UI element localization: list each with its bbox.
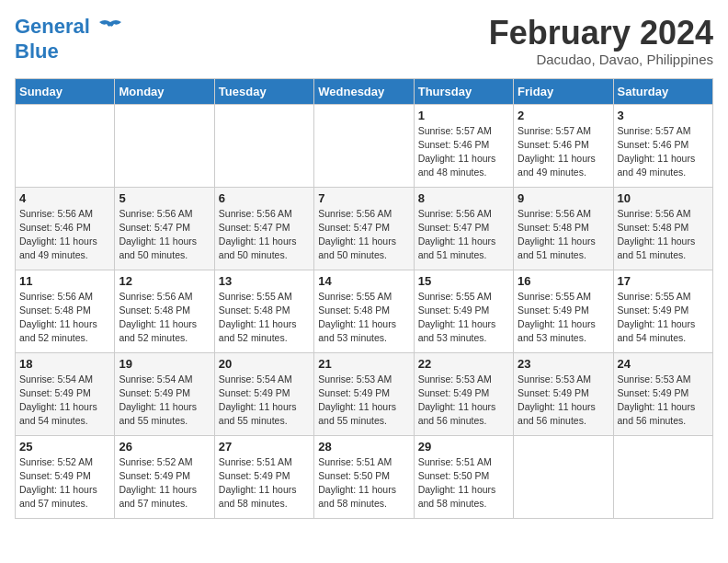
calendar-cell [314, 104, 414, 187]
weekday-header-sunday: Sunday [16, 78, 115, 104]
day-number: 28 [318, 440, 409, 454]
calendar-week-4: 18Sunrise: 5:54 AM Sunset: 5:49 PM Dayli… [16, 352, 713, 435]
day-number: 18 [19, 357, 110, 371]
calendar-cell: 3Sunrise: 5:57 AM Sunset: 5:46 PM Daylig… [613, 104, 712, 187]
calendar-week-5: 25Sunrise: 5:52 AM Sunset: 5:49 PM Dayli… [16, 435, 713, 518]
day-detail: Sunrise: 5:56 AM Sunset: 5:48 PM Dayligh… [618, 207, 709, 263]
weekday-header-thursday: Thursday [414, 78, 513, 104]
day-number: 7 [318, 191, 409, 205]
calendar-week-1: 1Sunrise: 5:57 AM Sunset: 5:46 PM Daylig… [16, 104, 713, 187]
calendar-cell [514, 435, 613, 518]
day-number: 22 [418, 357, 509, 371]
day-number: 2 [518, 109, 609, 122]
calendar-cell: 7Sunrise: 5:56 AM Sunset: 5:47 PM Daylig… [314, 187, 414, 270]
calendar-cell: 18Sunrise: 5:54 AM Sunset: 5:49 PM Dayli… [16, 352, 115, 435]
day-number: 23 [518, 357, 609, 371]
weekday-header-wednesday: Wednesday [314, 78, 414, 104]
calendar-cell: 14Sunrise: 5:55 AM Sunset: 5:48 PM Dayli… [314, 270, 414, 352]
day-number: 15 [418, 274, 509, 288]
day-detail: Sunrise: 5:57 AM Sunset: 5:46 PM Dayligh… [418, 124, 509, 180]
calendar-cell: 15Sunrise: 5:55 AM Sunset: 5:49 PM Dayli… [414, 270, 513, 352]
day-detail: Sunrise: 5:54 AM Sunset: 5:49 PM Dayligh… [219, 373, 310, 429]
day-detail: Sunrise: 5:55 AM Sunset: 5:49 PM Dayligh… [418, 290, 509, 346]
calendar-cell: 23Sunrise: 5:53 AM Sunset: 5:49 PM Dayli… [514, 352, 613, 435]
day-detail: Sunrise: 5:56 AM Sunset: 5:47 PM Dayligh… [119, 207, 210, 263]
day-number: 1 [418, 109, 509, 122]
calendar-cell: 2Sunrise: 5:57 AM Sunset: 5:46 PM Daylig… [514, 104, 613, 187]
day-detail: Sunrise: 5:55 AM Sunset: 5:49 PM Dayligh… [518, 290, 609, 346]
calendar-cell: 27Sunrise: 5:51 AM Sunset: 5:49 PM Dayli… [214, 435, 313, 518]
day-detail: Sunrise: 5:52 AM Sunset: 5:49 PM Dayligh… [19, 455, 110, 511]
day-detail: Sunrise: 5:52 AM Sunset: 5:49 PM Dayligh… [119, 455, 210, 511]
day-detail: Sunrise: 5:53 AM Sunset: 5:49 PM Dayligh… [318, 373, 409, 429]
calendar-cell: 10Sunrise: 5:56 AM Sunset: 5:48 PM Dayli… [613, 187, 712, 270]
day-number: 16 [518, 274, 609, 288]
day-number: 20 [219, 357, 310, 371]
calendar-cell: 13Sunrise: 5:55 AM Sunset: 5:48 PM Dayli… [214, 270, 313, 352]
weekday-header-row: SundayMondayTuesdayWednesdayThursdayFrid… [16, 78, 713, 104]
day-number: 26 [119, 440, 210, 454]
calendar-week-2: 4Sunrise: 5:56 AM Sunset: 5:46 PM Daylig… [16, 187, 713, 270]
logo: General Blue [15, 15, 123, 63]
day-number: 29 [418, 440, 509, 454]
day-detail: Sunrise: 5:55 AM Sunset: 5:48 PM Dayligh… [219, 290, 310, 346]
calendar-cell: 17Sunrise: 5:55 AM Sunset: 5:49 PM Dayli… [613, 270, 712, 352]
day-detail: Sunrise: 5:54 AM Sunset: 5:49 PM Dayligh… [19, 373, 110, 429]
calendar-cell: 5Sunrise: 5:56 AM Sunset: 5:47 PM Daylig… [115, 187, 214, 270]
day-number: 8 [418, 191, 509, 205]
day-number: 14 [318, 274, 409, 288]
day-number: 24 [618, 357, 709, 371]
month-year-title: February 2024 [489, 15, 713, 52]
day-detail: Sunrise: 5:56 AM Sunset: 5:47 PM Dayligh… [318, 207, 409, 263]
calendar-cell: 21Sunrise: 5:53 AM Sunset: 5:49 PM Dayli… [314, 352, 414, 435]
calendar-cell: 24Sunrise: 5:53 AM Sunset: 5:49 PM Dayli… [613, 352, 712, 435]
location-subtitle: Dacudao, Davao, Philippines [489, 52, 713, 67]
calendar-cell [16, 104, 115, 187]
day-number: 27 [219, 440, 310, 454]
day-number: 6 [219, 191, 310, 205]
day-detail: Sunrise: 5:57 AM Sunset: 5:46 PM Dayligh… [518, 124, 609, 180]
calendar-cell: 26Sunrise: 5:52 AM Sunset: 5:49 PM Dayli… [115, 435, 214, 518]
day-number: 25 [19, 440, 110, 454]
weekday-header-monday: Monday [115, 78, 214, 104]
calendar-cell: 12Sunrise: 5:56 AM Sunset: 5:48 PM Dayli… [115, 270, 214, 352]
weekday-header-friday: Friday [514, 78, 613, 104]
calendar-cell [214, 104, 313, 187]
calendar-cell: 20Sunrise: 5:54 AM Sunset: 5:49 PM Dayli… [214, 352, 313, 435]
calendar-cell: 8Sunrise: 5:56 AM Sunset: 5:47 PM Daylig… [414, 187, 513, 270]
day-number: 17 [618, 274, 709, 288]
day-detail: Sunrise: 5:53 AM Sunset: 5:49 PM Dayligh… [518, 373, 609, 429]
weekday-header-saturday: Saturday [613, 78, 712, 104]
calendar-cell: 4Sunrise: 5:56 AM Sunset: 5:46 PM Daylig… [16, 187, 115, 270]
day-detail: Sunrise: 5:56 AM Sunset: 5:48 PM Dayligh… [119, 290, 210, 346]
day-number: 9 [518, 191, 609, 205]
day-detail: Sunrise: 5:56 AM Sunset: 5:47 PM Dayligh… [219, 207, 310, 263]
calendar-cell: 11Sunrise: 5:56 AM Sunset: 5:48 PM Dayli… [16, 270, 115, 352]
day-number: 13 [219, 274, 310, 288]
calendar-cell [613, 435, 712, 518]
day-number: 21 [318, 357, 409, 371]
logo-blue: Blue [15, 40, 123, 63]
title-block: February 2024 Dacudao, Davao, Philippine… [489, 15, 713, 67]
day-detail: Sunrise: 5:51 AM Sunset: 5:50 PM Dayligh… [418, 455, 509, 511]
day-detail: Sunrise: 5:54 AM Sunset: 5:49 PM Dayligh… [119, 373, 210, 429]
day-detail: Sunrise: 5:53 AM Sunset: 5:49 PM Dayligh… [418, 373, 509, 429]
calendar-cell: 22Sunrise: 5:53 AM Sunset: 5:49 PM Dayli… [414, 352, 513, 435]
logo-general: General [15, 15, 90, 38]
day-detail: Sunrise: 5:55 AM Sunset: 5:49 PM Dayligh… [618, 290, 709, 346]
day-detail: Sunrise: 5:56 AM Sunset: 5:48 PM Dayligh… [19, 290, 110, 346]
day-number: 3 [618, 109, 709, 122]
logo-bird-icon [97, 15, 123, 40]
day-detail: Sunrise: 5:56 AM Sunset: 5:47 PM Dayligh… [418, 207, 509, 263]
day-detail: Sunrise: 5:56 AM Sunset: 5:46 PM Dayligh… [19, 207, 110, 263]
calendar-cell: 19Sunrise: 5:54 AM Sunset: 5:49 PM Dayli… [115, 352, 214, 435]
day-number: 4 [19, 191, 110, 205]
calendar-cell: 9Sunrise: 5:56 AM Sunset: 5:48 PM Daylig… [514, 187, 613, 270]
day-detail: Sunrise: 5:56 AM Sunset: 5:48 PM Dayligh… [518, 207, 609, 263]
calendar-cell: 29Sunrise: 5:51 AM Sunset: 5:50 PM Dayli… [414, 435, 513, 518]
calendar-cell: 28Sunrise: 5:51 AM Sunset: 5:50 PM Dayli… [314, 435, 414, 518]
calendar-cell [115, 104, 214, 187]
day-detail: Sunrise: 5:51 AM Sunset: 5:49 PM Dayligh… [219, 455, 310, 511]
calendar-cell: 1Sunrise: 5:57 AM Sunset: 5:46 PM Daylig… [414, 104, 513, 187]
calendar-table: SundayMondayTuesdayWednesdayThursdayFrid… [15, 78, 713, 519]
